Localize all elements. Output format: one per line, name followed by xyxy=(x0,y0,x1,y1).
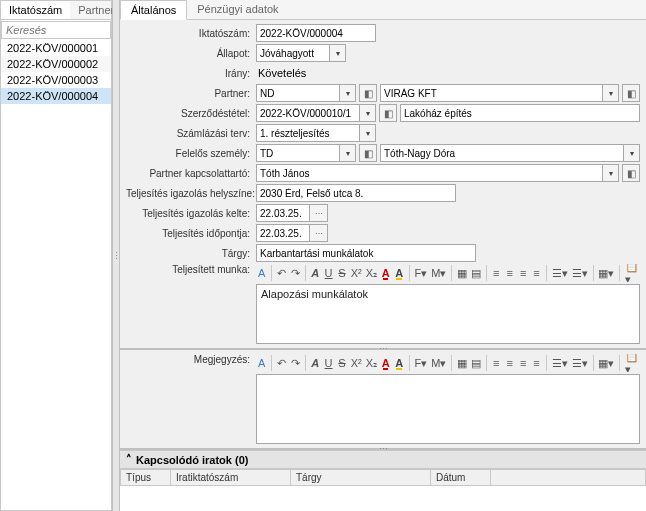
superscript-icon[interactable]: X² xyxy=(350,354,363,372)
allapot-select[interactable] xyxy=(256,44,330,62)
align-center-icon[interactable]: ≡ xyxy=(504,354,515,372)
tab-altalanos[interactable]: Általános xyxy=(120,0,187,20)
col-targy[interactable]: Tárgy xyxy=(291,470,431,486)
chevron-down-icon[interactable]: ▾ xyxy=(330,44,346,62)
list-item[interactable]: 2022-KÖV/000004 xyxy=(1,88,111,104)
col-tipus[interactable]: Típus xyxy=(121,470,171,486)
subscript-icon[interactable]: X₂ xyxy=(365,354,378,372)
main-tabs: Általános Pénzügyi adatok xyxy=(120,0,646,20)
editor-toolbar-2: A ↶ ↷ A U S X² X₂ A A F▾ M▾ ▦ ▤ ≡ ≡ xyxy=(256,354,640,372)
editor-toolbar-1: A ↶ ↷ A U S X² X₂ A A F▾ M▾ ▦ ▤ ≡ ≡ xyxy=(256,264,640,282)
chevron-down-icon[interactable]: ▾ xyxy=(603,164,619,182)
undo-icon[interactable]: ↶ xyxy=(276,264,287,282)
underline-icon[interactable]: U xyxy=(323,264,334,282)
chevron-down-icon[interactable]: ▾ xyxy=(360,104,376,122)
align-justify-icon[interactable]: ≡ xyxy=(531,264,542,282)
kapcsolattarto-input[interactable] xyxy=(256,164,603,182)
size-dropdown[interactable]: M▾ xyxy=(430,264,447,282)
tab-penzugyi[interactable]: Pénzügyi adatok xyxy=(187,0,288,19)
underline-icon[interactable]: U xyxy=(323,354,334,372)
font-dropdown[interactable]: F▾ xyxy=(414,354,429,372)
ellipsis-icon[interactable]: ⋯ xyxy=(310,224,328,242)
teljesitett-munka-editor[interactable]: Alapozási munkálatok xyxy=(256,284,640,344)
sidebar-tab-iktatoszam[interactable]: Iktatószám xyxy=(1,1,70,19)
list-item[interactable]: 2022-KÖV/000001 xyxy=(1,40,111,56)
list-item[interactable]: 2022-KÖV/000003 xyxy=(1,72,111,88)
szerzodestetel-name-input[interactable] xyxy=(400,104,640,122)
col-iratiktatoszam[interactable]: Iratiktatószám xyxy=(171,470,291,486)
list-item[interactable]: 2022-KÖV/000002 xyxy=(1,56,111,72)
lookup-icon[interactable]: ◧ xyxy=(622,164,640,182)
vertical-splitter[interactable]: ⋮ xyxy=(112,0,120,511)
image-icon[interactable]: ▦ xyxy=(456,354,468,372)
undo-icon[interactable]: ↶ xyxy=(276,354,287,372)
felelos-code-input[interactable] xyxy=(256,144,340,162)
label-helyszin: Teljesítés igazolás helyszíne: xyxy=(126,188,256,199)
align-justify-icon[interactable]: ≡ xyxy=(531,354,542,372)
strike-icon[interactable]: S xyxy=(336,354,347,372)
helyszin-input[interactable] xyxy=(256,184,456,202)
align-left-icon[interactable]: ≡ xyxy=(491,264,502,282)
horizontal-splitter-1[interactable]: ⋯ xyxy=(120,348,646,350)
chevron-down-icon[interactable]: ▾ xyxy=(603,84,619,102)
table-icon[interactable]: ▤ xyxy=(470,264,482,282)
chevron-up-icon: ˄ xyxy=(126,453,132,466)
italic-icon[interactable]: A xyxy=(309,354,320,372)
italic-icon[interactable]: A xyxy=(309,264,320,282)
size-dropdown[interactable]: M▾ xyxy=(430,354,447,372)
col-extra[interactable] xyxy=(491,470,646,486)
image-icon[interactable]: ▦ xyxy=(456,264,468,282)
related-table: Típus Iratiktatószám Tárgy Dátum xyxy=(120,469,646,486)
bullet-list-icon[interactable]: ☰▾ xyxy=(551,264,569,282)
ellipsis-icon[interactable]: ⋯ xyxy=(310,204,328,222)
form-area: Iktatószám: Állapot: ▾ Irány: Követelés … xyxy=(120,20,646,348)
text-color-icon[interactable]: A xyxy=(256,354,267,372)
highlight-icon[interactable]: A xyxy=(393,264,404,282)
search-input[interactable] xyxy=(1,21,111,39)
table-insert-icon[interactable]: ▦▾ xyxy=(597,264,615,282)
partner-code-input[interactable] xyxy=(256,84,340,102)
col-datum[interactable]: Dátum xyxy=(431,470,491,486)
number-list-icon[interactable]: ☰▾ xyxy=(571,264,589,282)
align-right-icon[interactable]: ≡ xyxy=(517,264,528,282)
partner-name-input[interactable] xyxy=(380,84,603,102)
megjegyzes-editor[interactable] xyxy=(256,374,640,444)
subscript-icon[interactable]: X₂ xyxy=(365,264,378,282)
table-insert-icon[interactable]: ▦▾ xyxy=(597,354,615,372)
paste-icon[interactable]: 📋▾ xyxy=(624,354,640,372)
chevron-down-icon[interactable]: ▾ xyxy=(624,144,640,162)
felelos-name-input[interactable] xyxy=(380,144,624,162)
lookup-icon[interactable]: ◧ xyxy=(359,144,377,162)
text-color-icon[interactable]: A xyxy=(256,264,267,282)
horizontal-splitter-2[interactable]: ⋯ xyxy=(120,448,646,450)
superscript-icon[interactable]: X² xyxy=(350,264,363,282)
table-icon[interactable]: ▤ xyxy=(470,354,482,372)
main-panel: Általános Pénzügyi adatok Iktatószám: Ál… xyxy=(120,0,646,511)
szerzodestetel-code-input[interactable] xyxy=(256,104,360,122)
highlight-icon[interactable]: A xyxy=(393,354,404,372)
paste-icon[interactable]: 📋▾ xyxy=(624,264,640,282)
targy-input[interactable] xyxy=(256,244,476,262)
idopont-input[interactable] xyxy=(256,224,310,242)
lookup-icon[interactable]: ◧ xyxy=(359,84,377,102)
font-color-icon[interactable]: A xyxy=(380,354,391,372)
align-right-icon[interactable]: ≡ xyxy=(517,354,528,372)
lookup-icon[interactable]: ◧ xyxy=(622,84,640,102)
redo-icon[interactable]: ↷ xyxy=(289,354,300,372)
align-left-icon[interactable]: ≡ xyxy=(491,354,502,372)
lookup-icon[interactable]: ◧ xyxy=(379,104,397,122)
bullet-list-icon[interactable]: ☰▾ xyxy=(551,354,569,372)
align-center-icon[interactable]: ≡ xyxy=(504,264,515,282)
chevron-down-icon[interactable]: ▾ xyxy=(340,84,356,102)
iktatoszam-input[interactable] xyxy=(256,24,376,42)
strike-icon[interactable]: S xyxy=(336,264,347,282)
label-idopont: Teljesítés időpontja: xyxy=(126,228,256,239)
font-dropdown[interactable]: F▾ xyxy=(414,264,429,282)
chevron-down-icon[interactable]: ▾ xyxy=(360,124,376,142)
font-color-icon[interactable]: A xyxy=(380,264,391,282)
redo-icon[interactable]: ↷ xyxy=(289,264,300,282)
szamlazasi-input[interactable] xyxy=(256,124,360,142)
igazolas-kelte-input[interactable] xyxy=(256,204,310,222)
chevron-down-icon[interactable]: ▾ xyxy=(340,144,356,162)
number-list-icon[interactable]: ☰▾ xyxy=(571,354,589,372)
